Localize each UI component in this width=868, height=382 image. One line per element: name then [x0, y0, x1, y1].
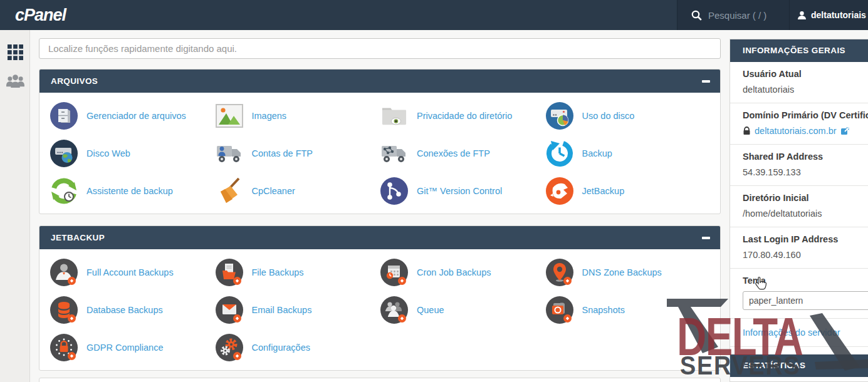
- statistics-rows: Uso Do Disco3.5 MB / 10 GB (0.03%): [730, 377, 868, 382]
- minus-icon[interactable]: [702, 237, 710, 239]
- stat-row: Uso Do Disco3.5 MB / 10 GB (0.03%): [730, 377, 868, 382]
- statistics-header: ESTATÍSTICAS: [730, 354, 868, 377]
- account-backups-icon: [50, 258, 78, 287]
- cpcleaner-icon: [215, 177, 244, 205]
- server-info-link[interactable]: Informações do servidor: [743, 328, 840, 338]
- app-link[interactable]: Uso do disco: [545, 97, 711, 135]
- backup-icon: [545, 139, 574, 168]
- app-link[interactable]: Snapshots: [545, 291, 711, 329]
- app-link[interactable]: Git™ Version Control: [380, 172, 545, 210]
- app-link[interactable]: Cron Job Backups: [380, 254, 545, 291]
- cron-backups-icon: [380, 258, 409, 287]
- section-header[interactable]: JETBACKUP: [39, 226, 720, 249]
- theme-select-value: paper_lantern: [749, 296, 803, 306]
- section-header[interactable]: ARQUIVOS: [39, 70, 720, 93]
- app-link[interactable]: File Backups: [215, 254, 380, 291]
- server-info-row: Informações do servidor: [730, 319, 868, 347]
- section-body: Gerenciador de arquivosImagensPrivacidad…: [39, 93, 720, 214]
- app-link[interactable]: Queue: [380, 291, 545, 329]
- section-arquivos: ARQUIVOS Gerenciador de arquivosImagensP…: [39, 69, 721, 214]
- general-info-header: INFORMAÇÕES GERAIS: [730, 39, 868, 62]
- app-link[interactable]: Assistente de backup: [50, 172, 215, 210]
- apps-grid-button[interactable]: [0, 38, 30, 66]
- navbar-search-placeholder: Pesquisar ( / ): [708, 10, 766, 21]
- app-link[interactable]: Conexões de FTP: [380, 135, 545, 172]
- disk-usage-icon: [545, 101, 574, 130]
- gdpr-icon: [50, 333, 78, 362]
- user-icon: [797, 11, 807, 20]
- directory-privacy-icon: [380, 103, 409, 128]
- navbar-search[interactable]: Pesquisar ( / ): [677, 0, 789, 30]
- app-link[interactable]: Privacidade do diretório: [380, 97, 545, 135]
- section-title: JETBACKUP: [39, 226, 720, 249]
- search-icon: [691, 10, 702, 21]
- next-section-panel: [39, 378, 721, 382]
- git-icon: [380, 177, 409, 205]
- user-menu[interactable]: deltatutoriais: [789, 0, 868, 30]
- file-backups-icon: [215, 258, 244, 287]
- app-link[interactable]: Gerenciador de arquivos: [50, 97, 215, 135]
- app-link[interactable]: Backup: [545, 135, 711, 172]
- theme-select[interactable]: paper_lantern: [743, 291, 868, 310]
- app-link[interactable]: Full Account Backups: [50, 254, 215, 291]
- lock-icon: [743, 126, 751, 135]
- app-link[interactable]: Imagens: [215, 97, 380, 135]
- info-row: Shared IP Address54.39.159.133: [730, 145, 868, 186]
- ftp-connections-icon: [380, 141, 409, 166]
- backup-wizard-icon: [50, 177, 78, 205]
- left-icon-rail: [0, 30, 30, 382]
- general-info-rows: Usuário AtualdeltatutoriaisDomínio Primá…: [730, 62, 868, 319]
- app-link[interactable]: Configurações: [215, 329, 380, 366]
- queue-icon: [380, 296, 409, 324]
- app-link[interactable]: Email Backups: [215, 291, 380, 329]
- username: deltatutoriais: [811, 10, 866, 20]
- theme-row: Temapaper_lantern: [730, 269, 868, 319]
- jetbackup-icon: [545, 177, 574, 205]
- cpanel-logo: cPanel: [15, 6, 66, 25]
- app-link[interactable]: GDPR Compliance: [50, 329, 215, 366]
- file-manager-icon: [50, 101, 78, 130]
- info-row: Diretório Inicial/home/deltatutoriais: [730, 186, 868, 227]
- ftp-accounts-icon: [215, 141, 244, 166]
- settings-icon: [215, 333, 244, 362]
- section-jetbackup: JETBACKUP Full Account BackupsFile Backu…: [39, 225, 721, 371]
- cpanel-app: cPanel Pesquisar ( / ) deltatutoriais AR…: [0, 0, 868, 382]
- external-link-icon[interactable]: [840, 126, 850, 135]
- info-row: Usuário Atualdeltatutoriais: [730, 62, 868, 103]
- primary-domain-link[interactable]: deltatutoriais.com.br: [755, 126, 837, 136]
- images-icon: [215, 103, 244, 128]
- app-link[interactable]: DNS Zone Backups: [545, 254, 711, 291]
- app-link[interactable]: CpCleaner: [215, 172, 380, 210]
- primary-domain-row: Domínio Primário (DV Certificatdeltatuto…: [730, 103, 868, 145]
- app-link[interactable]: Database Backups: [50, 291, 215, 329]
- quick-find-input[interactable]: [39, 38, 721, 59]
- web-disk-icon: [50, 139, 78, 168]
- section-title: ARQUIVOS: [39, 70, 720, 93]
- app-link[interactable]: Contas de FTP: [215, 135, 380, 172]
- snapshots-icon: [545, 296, 574, 324]
- groups-button[interactable]: [0, 66, 30, 95]
- top-navbar: cPanel Pesquisar ( / ) deltatutoriais: [0, 0, 868, 30]
- minus-icon[interactable]: [702, 80, 710, 83]
- database-backups-icon: [50, 296, 78, 324]
- grid-icon: [8, 44, 23, 60]
- info-row: Last Login IP Address170.80.49.160: [730, 227, 868, 269]
- people-icon: [6, 73, 25, 89]
- app-link[interactable]: Disco Web: [50, 135, 215, 172]
- dns-backups-icon: [545, 258, 574, 287]
- section-body: Full Account BackupsFile BackupsCron Job…: [39, 249, 720, 370]
- email-backups-icon: [215, 296, 244, 324]
- app-link[interactable]: JetBackup: [545, 172, 711, 210]
- general-info-sidebar: INFORMAÇÕES GERAIS Usuário Atualdeltatut…: [729, 39, 868, 382]
